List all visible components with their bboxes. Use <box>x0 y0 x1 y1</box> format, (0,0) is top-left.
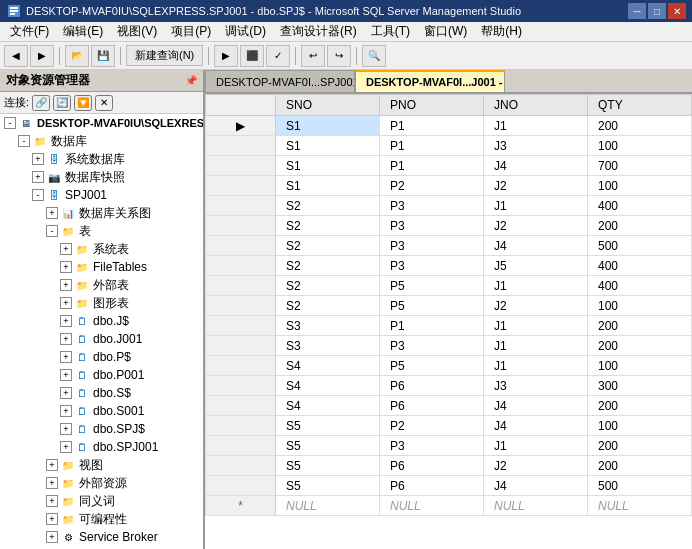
cell-pno[interactable]: P6 <box>380 476 484 496</box>
tree-node-service-broker[interactable]: + ⚙ Service Broker <box>0 528 203 546</box>
cell-pno[interactable]: P3 <box>380 256 484 276</box>
cell-jno[interactable]: J1 <box>484 436 588 456</box>
cell-qty[interactable]: 100 <box>588 356 692 376</box>
menu-query-designer[interactable]: 查询设计器(R) <box>274 22 363 41</box>
cell-qty[interactable]: 100 <box>588 136 692 156</box>
table-row[interactable]: S4P6J4200 <box>206 396 692 416</box>
expand-icon-views[interactable]: + <box>46 459 58 471</box>
cell-pno[interactable]: P1 <box>380 116 484 136</box>
table-row[interactable]: S5P2J4100 <box>206 416 692 436</box>
cell-pno[interactable]: P2 <box>380 176 484 196</box>
table-row[interactable]: S1P1J4700 <box>206 156 692 176</box>
cell-pno[interactable]: P5 <box>380 296 484 316</box>
cell-jno[interactable]: J3 <box>484 376 588 396</box>
expand-icon-graph[interactable]: + <box>60 297 72 309</box>
cell-sno[interactable]: S4 <box>276 356 380 376</box>
cell-pno[interactable]: P5 <box>380 356 484 376</box>
tree-node-dbo-p001[interactable]: + 🗒 dbo.P001 <box>0 366 203 384</box>
menu-help[interactable]: 帮助(H) <box>475 22 528 41</box>
cell-sno[interactable]: S1 <box>276 136 380 156</box>
expand-icon-dbo-p[interactable]: + <box>60 351 72 363</box>
cell-jno[interactable]: J2 <box>484 456 588 476</box>
tree-node-sys-tables[interactable]: + 📁 系统表 <box>0 240 203 258</box>
cell-pno[interactable]: P6 <box>380 396 484 416</box>
cell-sno[interactable]: S4 <box>276 396 380 416</box>
cell-pno[interactable]: P5 <box>380 276 484 296</box>
tree-node-tables[interactable]: - 📁 表 <box>0 222 203 240</box>
cell-qty[interactable]: 100 <box>588 176 692 196</box>
toolbar-redo[interactable]: ↪ <box>327 45 351 67</box>
cell-jno[interactable]: J4 <box>484 396 588 416</box>
cell-jno[interactable]: J1 <box>484 336 588 356</box>
toolbar-forward[interactable]: ▶ <box>30 45 54 67</box>
oe-filter-btn[interactable]: 🔽 <box>74 95 92 111</box>
table-row[interactable]: S2P3J5400 <box>206 256 692 276</box>
menu-window[interactable]: 窗口(W) <box>418 22 473 41</box>
cell-sno[interactable]: S5 <box>276 436 380 456</box>
tree-node-external-tables[interactable]: + 📁 外部表 <box>0 276 203 294</box>
expand-icon-ext-resources[interactable]: + <box>46 477 58 489</box>
expand-icon-spj001[interactable]: - <box>32 189 44 201</box>
tree-node-dbo-j[interactable]: + 🗒 dbo.J$ <box>0 312 203 330</box>
table-row[interactable]: ▶S1P1J1200 <box>206 116 692 136</box>
cell-qty[interactable]: NULL <box>588 496 692 516</box>
expand-icon-systables[interactable]: + <box>60 243 72 255</box>
table-row[interactable]: S1P2J2100 <box>206 176 692 196</box>
cell-sno[interactable]: S3 <box>276 336 380 356</box>
cell-jno[interactable]: J4 <box>484 416 588 436</box>
toolbar-save[interactable]: 💾 <box>91 45 115 67</box>
cell-qty[interactable]: 200 <box>588 316 692 336</box>
tree-node-spj001[interactable]: - 🗄 SPJ001 <box>0 186 203 204</box>
tree-node-views[interactable]: + 📁 视图 <box>0 456 203 474</box>
table-row[interactable]: S5P6J4500 <box>206 476 692 496</box>
tab-p[interactable]: DESKTOP-MVAF0I...SPJ001 - dbo.P$ ✕ <box>205 70 355 92</box>
cell-qty[interactable]: 400 <box>588 276 692 296</box>
menu-debug[interactable]: 调试(D) <box>219 22 272 41</box>
expand-icon-synonyms[interactable]: + <box>46 495 58 507</box>
tree-node-databases[interactable]: - 📁 数据库 <box>0 132 203 150</box>
cell-qty[interactable]: 200 <box>588 396 692 416</box>
cell-jno[interactable]: J3 <box>484 136 588 156</box>
oe-tree[interactable]: - 🖥 DESKTOP-MVAF0IU\SQLEXRES - 📁 数据库 + 🗄… <box>0 114 203 549</box>
cell-pno[interactable]: P3 <box>380 216 484 236</box>
expand-icon-j001[interactable]: + <box>60 333 72 345</box>
cell-jno[interactable]: J2 <box>484 176 588 196</box>
cell-sno[interactable]: S1 <box>276 176 380 196</box>
expand-icon-broker[interactable]: + <box>46 531 58 543</box>
expand-icon-sysdb[interactable]: + <box>32 153 44 165</box>
cell-jno[interactable]: J1 <box>484 196 588 216</box>
cell-pno[interactable]: P6 <box>380 456 484 476</box>
cell-pno[interactable]: P2 <box>380 416 484 436</box>
minimize-button[interactable]: ─ <box>628 3 646 19</box>
expand-icon-dbo-spj[interactable]: + <box>60 423 72 435</box>
col-header-jno[interactable]: JNO <box>484 95 588 116</box>
cell-sno[interactable]: S5 <box>276 456 380 476</box>
cell-jno[interactable]: J4 <box>484 236 588 256</box>
cell-qty[interactable]: 400 <box>588 196 692 216</box>
cell-jno[interactable]: J1 <box>484 316 588 336</box>
tab-spj[interactable]: DESKTOP-MVAF0I...J001 - dbo.SPJ$ ✕ <box>355 70 505 92</box>
cell-jno[interactable]: J2 <box>484 216 588 236</box>
table-row[interactable]: S2P3J2200 <box>206 216 692 236</box>
tree-node-graph-tables[interactable]: + 📁 图形表 <box>0 294 203 312</box>
expand-icon-s001[interactable]: + <box>60 405 72 417</box>
expand-icon-dbo-j[interactable]: + <box>60 315 72 327</box>
cell-qty[interactable]: 500 <box>588 236 692 256</box>
cell-sno[interactable]: S1 <box>276 156 380 176</box>
cell-qty[interactable]: 200 <box>588 116 692 136</box>
window-controls[interactable]: ─ □ ✕ <box>628 3 686 19</box>
cell-sno[interactable]: S2 <box>276 216 380 236</box>
menu-view[interactable]: 视图(V) <box>111 22 163 41</box>
cell-pno[interactable]: P3 <box>380 236 484 256</box>
cell-pno[interactable]: P3 <box>380 196 484 216</box>
cell-qty[interactable]: 400 <box>588 256 692 276</box>
expand-icon-dbo-spj001[interactable]: + <box>60 441 72 453</box>
cell-sno[interactable]: S2 <box>276 196 380 216</box>
cell-pno[interactable]: P6 <box>380 376 484 396</box>
close-button[interactable]: ✕ <box>668 3 686 19</box>
table-row[interactable]: S2P3J1400 <box>206 196 692 216</box>
maximize-button[interactable]: □ <box>648 3 666 19</box>
expand-icon-server[interactable]: - <box>4 117 16 129</box>
menu-file[interactable]: 文件(F) <box>4 22 55 41</box>
expand-icon-external[interactable]: + <box>60 279 72 291</box>
